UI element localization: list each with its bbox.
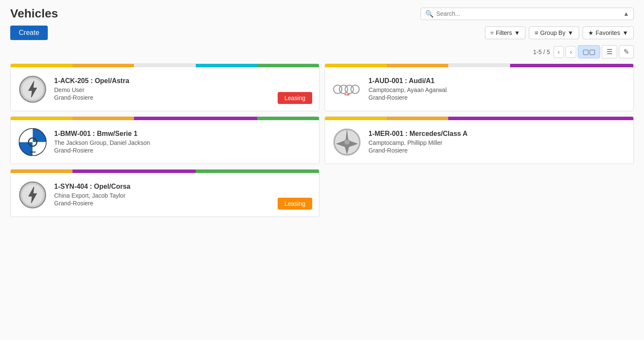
search-bar: 🔍 ▲ — [421, 8, 634, 20]
favorites-button[interactable]: ★ Favorites ▼ — [583, 26, 634, 39]
opel-logo — [17, 180, 47, 210]
vehicle-card[interactable]: 1-SYN-404 : Opel/CorsaChina Export, Jaco… — [10, 169, 319, 217]
card-location: Grand-Rosiere — [368, 94, 627, 101]
card-location: Grand-Rosiere — [54, 94, 312, 101]
page-title: Vehicles — [10, 7, 58, 20]
filters-chevron: ▼ — [514, 29, 520, 36]
vehicle-card[interactable]: 1-MER-001 : Mercedes/Class ACamptocamp, … — [325, 116, 634, 164]
vehicles-grid: 1-ACK-205 : Opel/AstraDemo UserGrand-Ros… — [10, 63, 634, 217]
prev-page-button[interactable]: ‹ — [554, 46, 564, 58]
card-location: Grand-Rosiere — [368, 147, 627, 154]
vehicle-card[interactable]: 1-ACK-205 : Opel/AstraDemo UserGrand-Ros… — [10, 63, 319, 111]
filters-button[interactable]: ▿ Filters ▼ — [485, 26, 525, 39]
search-expand-button[interactable]: ▲ — [623, 10, 629, 17]
card-title: 1-AUD-001 : Audi/A1 — [368, 77, 627, 85]
card-subtitle: Camptocamp, Phillipp Miller — [368, 139, 627, 146]
card-subtitle: China Export, Jacob Taylor — [54, 192, 312, 199]
card-location: Grand-Rosiere — [54, 147, 312, 154]
mercedes-logo — [332, 127, 362, 157]
filters-label: Filters — [496, 29, 512, 36]
card-subtitle: Demo User — [54, 86, 312, 93]
favorites-chevron: ▼ — [622, 29, 628, 36]
card-location: Grand-Rosiere — [54, 200, 312, 207]
create-button[interactable]: Create — [10, 26, 48, 40]
bmw-logo: BMW — [17, 127, 47, 157]
card-title: 1-SYN-404 : Opel/Corsa — [54, 183, 312, 190]
card-title: 1-MER-001 : Mercedes/Class A — [368, 130, 627, 138]
svg-text:Audi: Audi — [344, 93, 350, 95]
opel-logo — [17, 74, 47, 104]
groupby-button[interactable]: ≡ Group By ▼ — [529, 26, 579, 39]
card-subtitle: Camptocamp, Ayaan Agarwal — [368, 86, 627, 93]
favorites-label: Favorites — [596, 29, 621, 36]
vehicle-card[interactable]: BMW 1-BMW-001 : Bmw/Serie 1The Jackson G… — [10, 116, 319, 164]
list-view-button[interactable]: ☰ — [602, 45, 617, 58]
leasing-badge: Leasing — [278, 198, 312, 210]
card-title: 1-ACK-205 : Opel/Astra — [54, 77, 312, 85]
groupby-icon: ≡ — [534, 29, 538, 36]
kanban-view-button[interactable]: ▢▢ — [578, 45, 600, 58]
star-icon: ★ — [588, 29, 594, 36]
next-page-button[interactable]: › — [566, 46, 576, 58]
search-icon: 🔍 — [425, 10, 434, 18]
audi-logo: Audi — [332, 74, 362, 104]
groupby-chevron: ▼ — [568, 29, 574, 36]
svg-text:BMW: BMW — [29, 151, 36, 153]
pagination-info: 1-5 / 5 — [533, 49, 550, 55]
vehicle-card[interactable]: Audi 1-AUD-001 : Audi/A1Camptocamp, Ayaa… — [325, 63, 634, 111]
filter-icon: ▿ — [490, 29, 493, 36]
svg-point-14 — [344, 139, 350, 145]
card-title: 1-BMW-001 : Bmw/Serie 1 — [54, 130, 312, 138]
groupby-label: Group By — [540, 29, 566, 36]
card-subtitle: The Jackson Group, Daniel Jackson — [54, 139, 312, 146]
svg-point-6 — [351, 85, 359, 93]
search-input[interactable] — [436, 10, 623, 17]
leasing-badge: Leasing — [278, 92, 312, 104]
edit-view-button[interactable]: ✎ — [619, 45, 634, 58]
